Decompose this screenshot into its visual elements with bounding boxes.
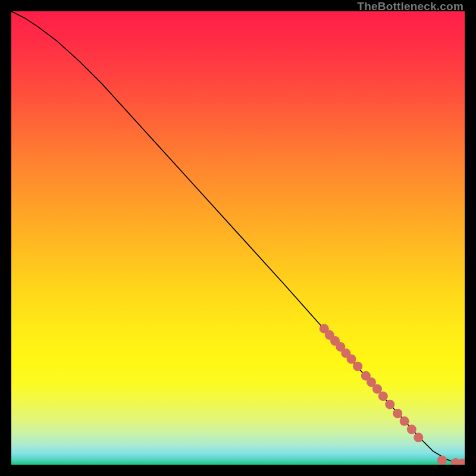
chart-stage: TheBottleneck.com [0,0,476,476]
marker-point [400,416,409,426]
chart-plot-area [11,11,465,465]
series-markers [320,324,465,465]
marker-point [353,362,362,371]
series-curve [11,11,465,464]
marker-point [347,354,356,364]
marker-point [407,425,416,434]
marker-point [437,455,447,465]
marker-point [385,400,394,409]
chart-svg [11,11,465,465]
marker-point [414,433,423,442]
marker-point [393,409,402,418]
marker-point [378,392,388,401]
